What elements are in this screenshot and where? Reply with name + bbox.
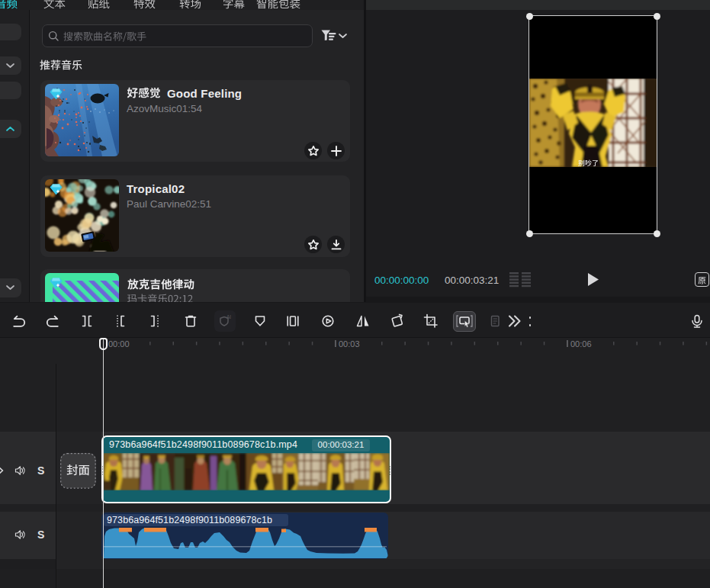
- svg-text:AI: AI: [226, 314, 231, 320]
